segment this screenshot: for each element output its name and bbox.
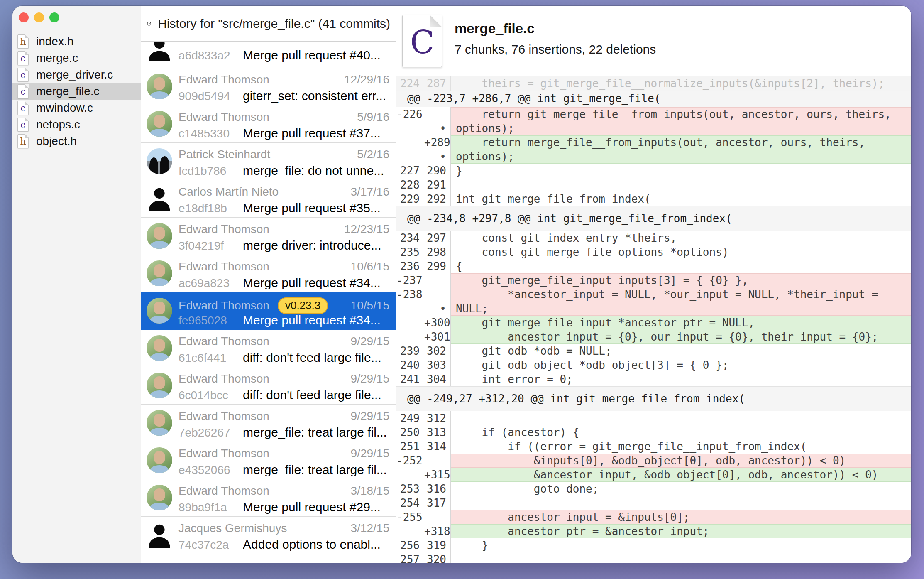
diff-line: +318 ancestor_ptr = &ancestor_input; [396,524,911,538]
sidebar-file-item[interactable]: c merge_driver.c [12,66,141,83]
sidebar-file-item[interactable]: c netops.c [12,116,141,133]
new-line-number: 316 [424,482,451,496]
old-line-number: 227 [396,164,424,178]
new-line-number: +315 [424,468,451,482]
new-line-number [424,287,451,302]
code-line: git_merge_file_input *ancestor_ptr = NUL… [451,316,911,330]
new-line-number: 314 [424,439,451,454]
commit-author: Edward Thomson [178,484,269,498]
commit-message: merge driver: introduce... [243,238,381,253]
commit-line2: 74c37c2a Added options to enabl... [178,537,389,552]
sidebar-file-item[interactable]: c merge.c [12,50,141,66]
avatar [147,111,172,137]
code-line: ancestor_input = &inputs[0]; [451,510,911,524]
diff-view[interactable]: 224 287 theirs = git_merge_file__normali… [396,76,911,563]
commit-line2: e4352066 merge_file: treat large fil... [178,463,389,477]
close-button[interactable] [19,12,29,22]
file-type-icon: c [17,84,29,98]
old-line-number: -226 [396,107,424,121]
new-line-number: 287 [424,76,451,91]
code-line: return merge_file__from_inputs(out, ance… [451,135,911,150]
sidebar-file-item[interactable]: h object.h [12,133,141,150]
clock-icon [147,16,151,32]
commit-hash: e4352066 [178,464,243,477]
commit-hash: a6d833a2 [178,49,243,62]
commit-row[interactable]: Edward Thomson 12/23/15 3f04219f merge d… [141,218,396,255]
code-line: ancestor_input = {0}, our_input = {0}, t… [451,330,911,344]
commit-line1: Edward Thomson 9/29/15 [178,410,389,423]
sidebar-file-item[interactable]: c mwindow.c [12,100,141,116]
commit-author: Carlos Martín Nieto [178,185,279,199]
sidebar-file-item[interactable]: h index.h [12,33,141,50]
code-line: const git_index_entry *theirs, [451,231,911,245]
commit-row[interactable]: Edward Thomson 5/9/16 c1485330 Merge pul… [141,105,396,143]
commit-row[interactable]: a6d833a2 Merge pull request #40... [141,42,396,68]
old-line-number: -238 [396,287,424,302]
old-line-number [396,302,424,316]
commit-hash: 909d5494 [178,90,243,103]
commit-line2: fe965028 Merge pull request #34... [178,313,389,327]
minimize-button[interactable] [34,12,44,22]
code-line: if ((error = git_merge_file__input_from_… [451,439,911,454]
commit-row[interactable]: Edward Thomson 9/29/15 61c6f441 diff: do… [141,330,396,367]
commit-row[interactable]: Patrick Steinhardt 5/2/16 fcd1b786 merge… [141,143,396,180]
commit-line2: 89ba9f1a Merge pull request #29... [178,500,389,514]
diff-line: 234 297 const git_index_entry *theirs, [396,231,911,245]
commit-line2: e18df18b Merge pull request #35... [178,201,389,215]
person-silhouette-icon [147,522,172,548]
commit-list[interactable]: a6d833a2 Merge pull request #40... Edwar… [141,42,396,563]
new-line-number: 317 [424,496,451,510]
commit-line2: fcd1b786 merge_file: do not unne... [178,164,389,178]
diff-line: 228 291 [396,178,911,192]
commit-date: 5/2/16 [357,148,389,161]
old-line-number [396,150,424,164]
commit-row[interactable]: Jacques Germishuys 3/12/15 74c37c2a Adde… [141,517,396,554]
code-line: int error = 0; [451,372,911,386]
diff-line: 239 302 git_odb *odb = NULL; [396,344,911,358]
diff-line: 224 287 theirs = git_merge_file__normali… [396,76,911,91]
diff-line: • options); [396,121,911,135]
commit-date: 5/9/16 [357,110,389,124]
file-type-icon: c [17,118,29,132]
new-line-number: +301 [424,330,451,344]
diff-line: 236 299 { [396,259,911,273]
commit-row[interactable]: Edward Thomson 10/6/15 ac69a823 Merge pu… [141,255,396,292]
commit-message: Merge pull request #34... [243,313,381,327]
commit-message: giterr_set: consistent err... [243,89,386,103]
avatar [147,186,172,211]
old-line-number: 234 [396,231,424,245]
commit-hash: fcd1b786 [178,164,243,178]
diff-line: -238 *ancestor_input = NULL, *our_input … [396,287,911,302]
new-line-number [424,273,451,287]
code-line: options); [451,121,911,135]
sidebar-file-item[interactable]: c merge_file.c [12,83,141,100]
commit-line2: 909d5494 giterr_set: consistent err... [178,89,389,103]
commit-date: 10/6/15 [351,260,389,273]
commit-row[interactable]: Carlos Martín Nieto 3/17/16 e18df18b Mer… [141,180,396,218]
commit-author: Edward Thomson [178,335,269,348]
commit-row[interactable]: Edward Thomson 9/29/15 e4352066 merge_fi… [141,442,396,479]
diff-panel: C merge_file.c 7 chunks, 76 insertions, … [396,6,911,563]
avatar [147,148,172,174]
code-line: &inputs[0], &odb_object[0], odb, ancesto… [451,454,911,468]
commit-hash: 61c6f441 [178,351,243,365]
new-line-number: +289 [424,135,451,150]
old-line-number: -252 [396,454,424,468]
commit-row[interactable]: Edward Thomson 12/29/16 909d5494 giterr_… [141,68,396,105]
new-line-number: 290 [424,164,451,178]
file-name-label: netops.c [36,118,80,131]
diff-line: +301 ancestor_input = {0}, our_input = {… [396,330,911,344]
diff-line: 241 304 int error = 0; [396,372,911,386]
commit-row[interactable]: Edward Thomson 3/18/15 89ba9f1a Merge pu… [141,479,396,517]
hunk-header-text: @@ -234,8 +297,8 @@ int git_merge_file_f… [407,212,732,225]
zoom-button[interactable] [49,12,59,22]
avatar [147,335,172,361]
file-list[interactable]: h index.h c merge.c c merge_driver.c c m… [12,33,141,150]
commit-row[interactable]: Edward Thomson 9/29/15 6c014bcc diff: do… [141,367,396,405]
old-line-number: 235 [396,245,424,259]
commit-message: merge_file: do not unne... [243,164,384,178]
commit-row[interactable]: Edward Thomson v0.23.3 10/5/15 fe965028 … [141,292,396,330]
new-line-number: 297 [424,231,451,245]
code-line: theirs = git_merge_file__normalize_input… [451,76,911,91]
commit-row[interactable]: Edward Thomson 9/29/15 7eb26267 merge_fi… [141,405,396,442]
